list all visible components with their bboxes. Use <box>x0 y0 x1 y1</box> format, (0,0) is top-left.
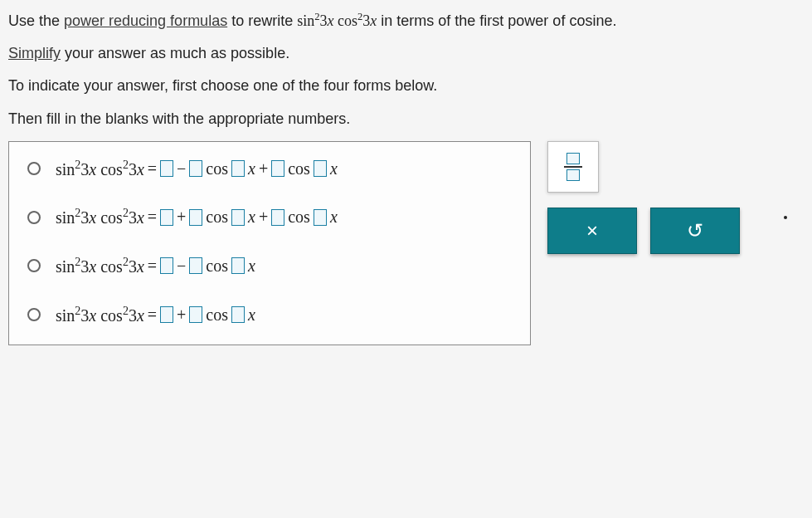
blank-input[interactable] <box>231 257 245 274</box>
blank-input[interactable] <box>160 257 173 274</box>
fraction-tool-button[interactable] <box>547 141 599 193</box>
instruction-line-4: Then fill in the blanks with the appropr… <box>8 109 804 130</box>
cos: cos <box>288 159 310 178</box>
option-2[interactable]: sin23x cos23x = + cos x + cos x <box>27 207 512 227</box>
equals: = <box>148 257 157 276</box>
instruction-line-2: Simplify your answer as much as possible… <box>8 43 804 64</box>
x: x <box>248 208 255 227</box>
option-3[interactable]: sin23x cos23x = − cos x <box>27 256 512 276</box>
plus: + <box>259 159 268 178</box>
x: x <box>248 159 255 178</box>
text: in terms of the first power of cosine. <box>377 12 616 29</box>
reset-button[interactable]: ↺ <box>650 208 740 254</box>
plus: + <box>177 305 186 325</box>
blank-input[interactable] <box>160 209 173 226</box>
instruction-line-3: To indicate your answer, first choose on… <box>8 76 804 96</box>
reset-icon: ↺ <box>687 219 703 242</box>
option-1-expression: sin23x cos23x = − cos x + cos x <box>56 159 338 179</box>
close-icon: × <box>586 219 598 242</box>
power-reducing-formulas-link[interactable]: power reducing formulas <box>64 12 227 29</box>
fraction-icon <box>564 153 582 181</box>
plus: + <box>259 208 268 227</box>
equals: = <box>148 159 157 178</box>
tool-panel: × ↺ <box>547 141 780 254</box>
blank-input[interactable] <box>160 306 173 323</box>
x: x <box>248 305 255 325</box>
decorative-dot <box>784 216 787 219</box>
options-panel: sin23x cos23x = − cos x + cos x sin23x c… <box>8 141 531 346</box>
minus: − <box>177 257 186 276</box>
blank-input[interactable] <box>271 160 284 177</box>
blank-input[interactable] <box>231 306 245 323</box>
x: x <box>330 208 338 227</box>
option-4[interactable]: sin23x cos23x = + cos x <box>27 305 512 325</box>
simplify-link[interactable]: Simplify <box>8 45 61 61</box>
radio-3[interactable] <box>27 259 41 272</box>
blank-input[interactable] <box>189 209 202 226</box>
expression: sin23x cos23x <box>297 12 377 29</box>
blank-input[interactable] <box>314 160 327 177</box>
option-2-expression: sin23x cos23x = + cos x + cos x <box>56 207 338 227</box>
blank-input[interactable] <box>231 160 245 177</box>
text: Use the <box>8 12 64 29</box>
equals: = <box>148 208 157 227</box>
cos: cos <box>206 159 228 178</box>
text: to rewrite <box>227 12 297 29</box>
equals: = <box>148 305 157 325</box>
x: x <box>330 159 338 178</box>
x: x <box>248 257 255 276</box>
cos: cos <box>206 257 228 276</box>
blank-input[interactable] <box>189 257 202 274</box>
blank-input[interactable] <box>189 306 202 323</box>
option-1[interactable]: sin23x cos23x = − cos x + cos x <box>27 159 512 179</box>
option-4-expression: sin23x cos23x = + cos x <box>56 305 255 325</box>
blank-input[interactable] <box>314 209 327 226</box>
plus: + <box>177 208 186 227</box>
close-button[interactable]: × <box>547 208 637 254</box>
minus: − <box>177 159 186 178</box>
blank-input[interactable] <box>271 209 284 226</box>
blank-input[interactable] <box>160 160 173 177</box>
cos: cos <box>206 208 228 227</box>
blank-input[interactable] <box>189 160 202 177</box>
cos: cos <box>206 305 228 325</box>
radio-2[interactable] <box>27 211 41 224</box>
option-3-expression: sin23x cos23x = − cos x <box>56 256 255 276</box>
radio-1[interactable] <box>27 162 41 175</box>
blank-input[interactable] <box>231 209 245 226</box>
cos: cos <box>288 208 310 227</box>
instruction-line-1: Use the power reducing formulas to rewri… <box>8 10 804 32</box>
radio-4[interactable] <box>27 308 41 321</box>
text: your answer as much as possible. <box>61 45 289 61</box>
